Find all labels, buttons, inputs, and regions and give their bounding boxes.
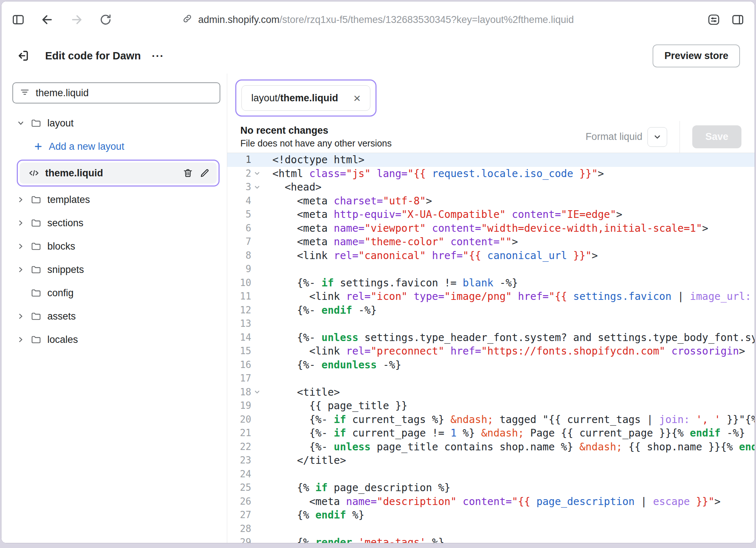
code-line[interactable]: 6 <meta name="viewport" content="width=d… — [227, 222, 755, 235]
folder-name-label: snippets — [47, 264, 84, 275]
format-liquid-button[interactable]: Format liquid — [586, 127, 667, 147]
code-line[interactable]: 23 </title> — [227, 454, 755, 467]
page-title: Edit code for Dawn — [45, 50, 141, 62]
code-file-icon — [28, 168, 39, 179]
file-sidebar: layoutAdd a new layouttheme.liquidtempla… — [1, 74, 227, 543]
more-actions-button[interactable]: ... — [152, 51, 164, 60]
sidebar-folder-blocks[interactable]: blocks — [12, 235, 220, 258]
chevron-right-icon[interactable] — [17, 313, 25, 320]
sidebar-folder-sections[interactable]: sections — [12, 211, 220, 235]
code-line[interactable]: 9 — [227, 262, 755, 276]
line-number: 1 — [227, 153, 262, 167]
chevron-right-icon[interactable] — [17, 219, 25, 227]
code-line[interactable]: 25 {% if page_description %} — [227, 481, 755, 495]
line-number: 26 — [227, 495, 262, 509]
line-number: 21 — [227, 426, 262, 440]
tab-path-prefix: layout/ — [251, 93, 280, 103]
code-line[interactable]: 12 {%- endif -%} — [227, 304, 755, 317]
code-content: <meta http-equiv="X-UA-Compatible" conte… — [262, 208, 622, 222]
line-number: 27 — [227, 508, 262, 522]
chevron-right-icon[interactable] — [17, 266, 25, 273]
close-tab-icon[interactable]: × — [354, 92, 361, 104]
forward-icon[interactable] — [70, 13, 83, 26]
line-number: 11 — [227, 290, 262, 304]
fold-toggle-icon[interactable] — [252, 169, 262, 178]
code-line[interactable]: 17 — [227, 372, 755, 385]
code-line[interactable]: 1<!doctype html> — [227, 153, 755, 167]
code-line[interactable]: 11 <link rel="icon" type="image/png" hre… — [227, 290, 755, 304]
code-line[interactable]: 24 — [227, 467, 755, 481]
code-line[interactable]: 26 <meta name="description" content="{{ … — [227, 495, 755, 509]
code-content — [262, 262, 272, 276]
fold-toggle-icon[interactable] — [252, 183, 262, 192]
code-line[interactable]: 13 — [227, 317, 755, 331]
code-line[interactable]: 7 <meta name="theme-color" content=""> — [227, 235, 755, 249]
code-content: <link rel="canonical" href="{{ canonical… — [262, 249, 598, 263]
code-content: <html class="js" lang="{{ request.locale… — [262, 167, 604, 181]
sidebar-folder-snippets[interactable]: snippets — [12, 258, 220, 281]
chevron-right-icon[interactable] — [17, 196, 25, 203]
chevron-right-icon[interactable] — [17, 336, 25, 343]
sidebar-folder-layout[interactable]: layout — [12, 111, 220, 135]
code-line[interactable]: 16 {%- endunless -%} — [227, 358, 755, 372]
code-line[interactable]: 15 <link rel="preconnect" href="https://… — [227, 344, 755, 358]
reload-icon[interactable] — [99, 13, 112, 26]
delete-file-icon[interactable] — [182, 168, 193, 179]
sidebar-folder-templates[interactable]: templates — [12, 188, 220, 211]
code-line[interactable]: 19 {{ page_title }} — [227, 399, 755, 413]
app-header: Edit code for Dawn ... Preview store — [1, 38, 755, 74]
sidebar-folder-config[interactable]: config — [12, 281, 220, 305]
line-number: 18 — [227, 385, 262, 399]
chevron-down-icon[interactable] — [647, 127, 667, 147]
code-line[interactable]: 22 {%- unless page_title contains shop.n… — [227, 440, 755, 454]
sidebar-folder-assets[interactable]: assets — [12, 305, 220, 328]
line-number: 22 — [227, 440, 262, 454]
chevron-down-icon[interactable] — [17, 120, 25, 127]
fold-toggle-icon[interactable] — [252, 387, 262, 397]
folder-icon — [31, 218, 42, 228]
code-line[interactable]: 18 <title> — [227, 385, 755, 399]
code-line[interactable]: 5 <meta http-equiv="X-UA-Compatible" con… — [227, 208, 755, 222]
sidebar-folder-locales[interactable]: locales — [12, 328, 220, 351]
back-icon[interactable] — [41, 13, 54, 26]
code-line[interactable]: 8 <link rel="canonical" href="{{ canonic… — [227, 249, 755, 263]
browser-controls-icon[interactable] — [707, 13, 720, 26]
folder-icon — [31, 311, 42, 322]
add-new-layout-button[interactable]: Add a new layout — [12, 135, 220, 158]
code-line[interactable]: 20 {%- if current_tags %} &ndash; tagged… — [227, 413, 755, 427]
browser-window: admin.shopify.com/store/rzq1xu-f5/themes… — [1, 1, 755, 543]
exit-editor-icon[interactable] — [16, 49, 30, 63]
folder-icon — [31, 264, 42, 275]
code-line[interactable]: 4 <meta charset="utf-8"> — [227, 194, 755, 208]
code-line[interactable]: 21 {%- if current_page != 1 %} &ndash; P… — [227, 426, 755, 440]
code-content: {%- endif -%} — [262, 304, 377, 317]
code-content: {{ page_title }} — [262, 399, 407, 413]
folder-name-label: layout — [47, 118, 74, 129]
code-line[interactable]: 2<html class="js" lang="{{ request.local… — [227, 167, 755, 181]
folder-name-label: locales — [47, 334, 78, 345]
code-line[interactable]: 10 {%- if settings.favicon != blank -%} — [227, 276, 755, 290]
file-search-input[interactable] — [36, 87, 213, 99]
highlight-annotation-tab: layout/theme.liquid × — [235, 79, 377, 117]
line-number: 8 — [227, 249, 262, 263]
chevron-right-icon[interactable] — [17, 243, 25, 250]
file-search-box[interactable] — [12, 82, 220, 103]
code-line[interactable]: 29 {% render 'meta-tags' %} — [227, 536, 755, 543]
code-line[interactable]: 3 <head> — [227, 180, 755, 194]
code-lines: 1<!doctype html>2<html class="js" lang="… — [227, 153, 755, 543]
sidebar-toggle-icon[interactable] — [12, 13, 25, 26]
code-line[interactable]: 14 {%- unless settings.type_header_font.… — [227, 331, 755, 345]
sidebar-file-theme.liquid[interactable]: theme.liquid — [20, 163, 217, 184]
address-bar[interactable]: admin.shopify.com/store/rzq1xu-f5/themes… — [182, 13, 574, 26]
tab-theme-liquid[interactable]: layout/theme.liquid × — [241, 85, 370, 111]
line-number: 6 — [227, 222, 262, 235]
code-line[interactable]: 27 {% endif %} — [227, 508, 755, 522]
side-panel-icon[interactable] — [731, 13, 744, 26]
preview-store-button[interactable]: Preview store — [653, 44, 740, 67]
tab-bar: layout/theme.liquid × — [227, 74, 755, 121]
code-line[interactable]: 28 — [227, 522, 755, 536]
rename-file-icon[interactable] — [199, 168, 210, 179]
code-content: <!doctype html> — [262, 153, 365, 167]
save-button[interactable]: Save — [692, 125, 741, 148]
code-editor[interactable]: 1<!doctype html>2<html class="js" lang="… — [227, 153, 755, 543]
